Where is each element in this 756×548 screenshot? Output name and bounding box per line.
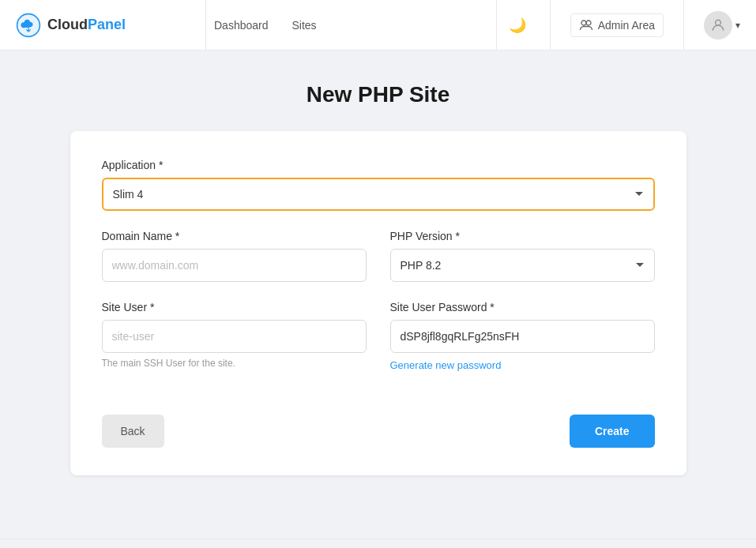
nav-divider-left <box>205 0 206 51</box>
navbar: CloudPanel Dashboard Sites 🌙 Admin Area <box>0 0 756 51</box>
php-version-col: PHP Version * PHP 8.2 PHP 8.1 PHP 8.0 PH… <box>390 230 655 301</box>
domain-name-col: Domain Name * <box>102 230 367 301</box>
nav-divider-user <box>683 0 684 51</box>
application-group: Application * Slim 4 Laravel Symfony Wor… <box>102 159 655 211</box>
site-user-password-label: Site User Password * <box>390 301 655 313</box>
page-title: New PHP Site <box>307 82 450 107</box>
main-content: New PHP Site Application * Slim 4 Larave… <box>0 51 756 507</box>
nav-divider-right <box>496 0 497 51</box>
admin-area-icon <box>579 18 593 32</box>
back-button[interactable]: Back <box>102 415 164 448</box>
nav-links: Dashboard Sites <box>214 19 488 32</box>
navbar-right: 🌙 Admin Area ▾ <box>505 0 740 51</box>
footer: English Deutsch Français Español Blog | … <box>0 539 756 548</box>
domain-name-group: Domain Name * <box>102 230 367 282</box>
svg-point-2 <box>586 21 591 25</box>
site-user-group: Site User * The main SSH User for the si… <box>102 301 367 369</box>
php-version-label: PHP Version * <box>390 230 655 242</box>
application-select[interactable]: Slim 4 Laravel Symfony WordPress Custom <box>102 178 655 211</box>
svg-point-3 <box>716 20 721 25</box>
user-password-row: Site User * The main SSH User for the si… <box>102 301 655 391</box>
domain-name-input[interactable] <box>102 249 367 282</box>
site-user-label: Site User * <box>102 301 367 313</box>
nav-dashboard[interactable]: Dashboard <box>214 19 269 32</box>
site-user-password-col: Site User Password * Generate new passwo… <box>390 301 655 391</box>
php-version-group: PHP Version * PHP 8.2 PHP 8.1 PHP 8.0 PH… <box>390 230 655 282</box>
user-dropdown-caret: ▾ <box>735 20 740 31</box>
domain-php-row: Domain Name * PHP Version * PHP 8.2 PHP … <box>102 230 655 301</box>
dark-mode-toggle[interactable]: 🌙 <box>505 13 530 38</box>
cloudpanel-logo-icon <box>16 13 41 38</box>
nav-sites[interactable]: Sites <box>292 19 317 32</box>
user-avatar <box>704 11 732 39</box>
application-select-wrapper: Slim 4 Laravel Symfony WordPress Custom <box>102 178 655 211</box>
admin-area-button[interactable]: Admin Area <box>570 13 664 37</box>
nav-divider-admin <box>550 0 551 51</box>
site-user-password-group: Site User Password * Generate new passwo… <box>390 301 655 372</box>
form-actions: Back Create <box>102 415 655 448</box>
form-card: Application * Slim 4 Laravel Symfony Wor… <box>70 131 686 475</box>
generate-password-link[interactable]: Generate new password <box>390 359 502 371</box>
site-user-hint: The main SSH User for the site. <box>102 358 367 369</box>
site-user-password-input[interactable] <box>390 320 655 353</box>
brand-logo[interactable]: CloudPanel <box>16 13 174 38</box>
user-menu[interactable]: ▾ <box>704 11 740 39</box>
user-avatar-icon <box>710 17 726 33</box>
site-user-col: Site User * The main SSH User for the si… <box>102 301 367 391</box>
application-label: Application * <box>102 159 655 171</box>
brand-name: CloudPanel <box>47 17 126 33</box>
php-version-select[interactable]: PHP 8.2 PHP 8.1 PHP 8.0 PHP 7.4 <box>390 249 655 282</box>
admin-area-label: Admin Area <box>598 19 655 32</box>
create-button[interactable]: Create <box>570 415 655 448</box>
site-user-input[interactable] <box>102 320 367 353</box>
svg-point-1 <box>581 21 586 25</box>
domain-name-label: Domain Name * <box>102 230 367 242</box>
